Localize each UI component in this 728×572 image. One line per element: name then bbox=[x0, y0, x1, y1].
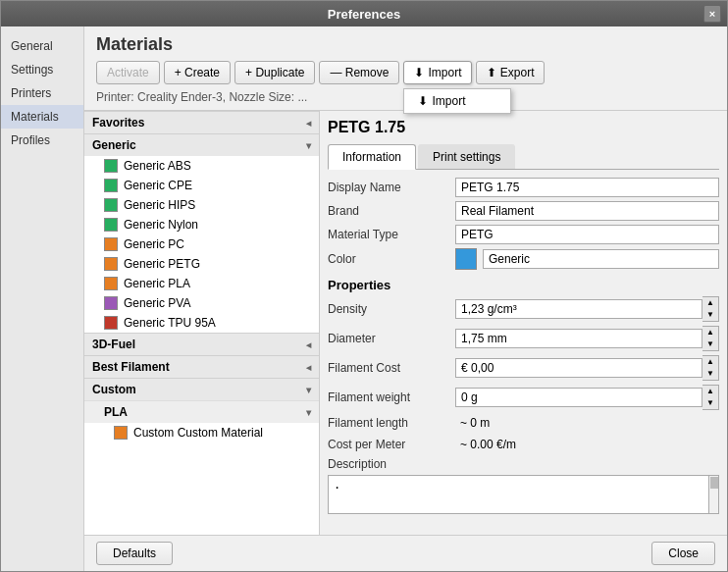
filament-cost-value: ▲ ▼ bbox=[455, 355, 719, 381]
sidebar-item-materials[interactable]: Materials bbox=[1, 105, 83, 129]
category-best-filament-label: Best Filament bbox=[92, 360, 170, 374]
color-swatch-hips bbox=[104, 198, 118, 212]
color-swatch-pva bbox=[104, 296, 118, 310]
filament-weight-down-button[interactable]: ▼ bbox=[702, 397, 718, 409]
material-item-pva[interactable]: Generic PVA bbox=[84, 293, 319, 313]
color-swatch-cpe bbox=[104, 179, 118, 192]
color-swatch-custom-custom bbox=[114, 426, 128, 440]
filament-cost-up-button[interactable]: ▲ bbox=[702, 356, 718, 368]
category-custom[interactable]: Custom ▾ bbox=[84, 378, 319, 400]
color-swatch-nylon bbox=[104, 218, 118, 232]
sidebar-item-printers[interactable]: Printers bbox=[1, 81, 83, 105]
sidebar-item-settings[interactable]: Settings bbox=[1, 58, 83, 81]
activate-button[interactable]: Activate bbox=[96, 61, 160, 84]
description-area: Description bbox=[328, 457, 719, 514]
filament-cost-down-button[interactable]: ▼ bbox=[702, 368, 718, 380]
color-input[interactable] bbox=[483, 249, 719, 269]
diameter-label: Diameter bbox=[328, 332, 455, 345]
material-type-label: Material Type bbox=[328, 228, 455, 241]
field-filament-length: Filament length ~ 0 m bbox=[328, 414, 719, 432]
brand-label: Brand bbox=[328, 204, 455, 218]
detail-title: PETG 1.75 bbox=[328, 119, 719, 136]
field-filament-cost: Filament Cost ▲ ▼ bbox=[328, 355, 719, 381]
material-label-pva: Generic PVA bbox=[124, 296, 190, 310]
import-popup: ⬇ Import bbox=[403, 88, 511, 114]
material-item-petg[interactable]: Generic PETG bbox=[84, 254, 319, 274]
color-picker-swatch[interactable] bbox=[455, 248, 477, 270]
diameter-value: ▲ ▼ bbox=[455, 326, 719, 351]
color-swatch-abs bbox=[104, 159, 118, 173]
brand-value bbox=[455, 201, 719, 221]
category-custom-label: Custom bbox=[92, 383, 136, 396]
diameter-input[interactable] bbox=[455, 329, 702, 348]
diameter-down-button[interactable]: ▼ bbox=[702, 338, 718, 350]
material-type-input[interactable] bbox=[455, 225, 719, 244]
material-label-abs: Generic ABS bbox=[124, 159, 191, 173]
main-content: Materials Activate + Create + Duplicate … bbox=[84, 26, 727, 571]
density-input[interactable] bbox=[455, 299, 702, 319]
remove-button[interactable]: — Remove bbox=[319, 61, 399, 84]
preferences-dialog: Preferences × General Settings Printers … bbox=[0, 0, 728, 572]
brand-input[interactable] bbox=[455, 201, 719, 221]
density-value: ▲ ▼ bbox=[455, 296, 719, 322]
filament-length-value: ~ 0 m bbox=[455, 414, 719, 432]
subcategory-pla-label: PLA bbox=[104, 405, 128, 419]
sidebar-item-general[interactable]: General bbox=[1, 34, 83, 58]
color-label: Color bbox=[328, 252, 455, 266]
duplicate-button[interactable]: + Duplicate bbox=[234, 61, 315, 84]
field-filament-weight: Filament weight ▲ ▼ bbox=[328, 385, 719, 410]
defaults-button[interactable]: Defaults bbox=[96, 542, 173, 565]
filament-weight-value: ▲ ▼ bbox=[455, 385, 719, 410]
scrollbar-thumb bbox=[710, 477, 718, 489]
import-button[interactable]: ⬇ ⬇ Import Import bbox=[403, 61, 472, 84]
field-cost-per-meter: Cost per Meter ~ 0.00 €/m bbox=[328, 436, 719, 453]
sidebar-item-profiles[interactable]: Profiles bbox=[1, 129, 83, 152]
category-3dfuel[interactable]: 3D-Fuel ◂ bbox=[84, 333, 319, 355]
category-favorites[interactable]: Favorites ◂ bbox=[84, 111, 319, 133]
filament-weight-input[interactable] bbox=[455, 388, 702, 407]
filament-cost-input[interactable] bbox=[455, 358, 702, 378]
tab-print-settings[interactable]: Print settings bbox=[418, 144, 515, 169]
material-type-value bbox=[455, 225, 719, 244]
field-density: Density ▲ ▼ bbox=[328, 296, 719, 322]
material-item-pc[interactable]: Generic PC bbox=[84, 234, 319, 254]
pla-arrow: ▾ bbox=[306, 407, 311, 418]
close-icon[interactable]: × bbox=[703, 5, 721, 23]
subcategory-pla[interactable]: PLA ▾ bbox=[84, 400, 319, 423]
material-item-hips[interactable]: Generic HIPS bbox=[84, 195, 319, 215]
material-item-pla[interactable]: Generic PLA bbox=[84, 274, 319, 293]
diameter-up-button[interactable]: ▲ bbox=[702, 327, 718, 338]
material-item-custom-custom[interactable]: Custom Custom Material bbox=[84, 423, 319, 442]
material-label-pla: Generic PLA bbox=[124, 277, 190, 290]
density-up-button[interactable]: ▲ bbox=[702, 297, 718, 309]
create-button[interactable]: + Create bbox=[164, 61, 231, 84]
category-generic[interactable]: Generic ▾ bbox=[84, 133, 319, 156]
page-header: Materials Activate + Create + Duplicate … bbox=[84, 26, 727, 111]
material-item-nylon[interactable]: Generic Nylon bbox=[84, 215, 319, 234]
dialog-close-button[interactable]: Close bbox=[651, 542, 715, 565]
field-diameter: Diameter ▲ ▼ bbox=[328, 326, 719, 351]
title-bar: Preferences × bbox=[1, 1, 727, 26]
material-label-custom-custom: Custom Custom Material bbox=[133, 426, 263, 440]
export-button[interactable]: ⬆ Export bbox=[476, 61, 545, 84]
density-down-button[interactable]: ▼ bbox=[702, 309, 718, 321]
filament-weight-label: Filament weight bbox=[328, 390, 455, 404]
3dfuel-arrow: ◂ bbox=[306, 339, 311, 350]
category-best-filament[interactable]: Best Filament ◂ bbox=[84, 355, 319, 378]
field-material-type: Material Type bbox=[328, 225, 719, 244]
material-item-tpu[interactable]: Generic TPU 95A bbox=[84, 313, 319, 333]
material-item-abs[interactable]: Generic ABS bbox=[84, 156, 319, 176]
material-item-cpe[interactable]: Generic CPE bbox=[84, 176, 319, 195]
import-popup-item-1[interactable]: ⬇ Import bbox=[404, 89, 510, 113]
dialog-body: General Settings Printers Materials Prof… bbox=[1, 26, 727, 571]
display-name-input[interactable] bbox=[455, 178, 719, 197]
field-color: Color bbox=[328, 248, 719, 270]
filament-weight-up-button[interactable]: ▲ bbox=[702, 386, 718, 397]
description-input[interactable] bbox=[328, 475, 709, 514]
materials-list: Favorites ◂ Generic ▾ Generic ABS bbox=[84, 111, 319, 535]
page-title: Materials bbox=[96, 34, 715, 55]
density-spinner: ▲ ▼ bbox=[702, 296, 719, 322]
tab-information[interactable]: Information bbox=[328, 144, 416, 170]
tabs: Information Print settings bbox=[328, 144, 719, 170]
description-scrollbar[interactable] bbox=[709, 475, 719, 514]
